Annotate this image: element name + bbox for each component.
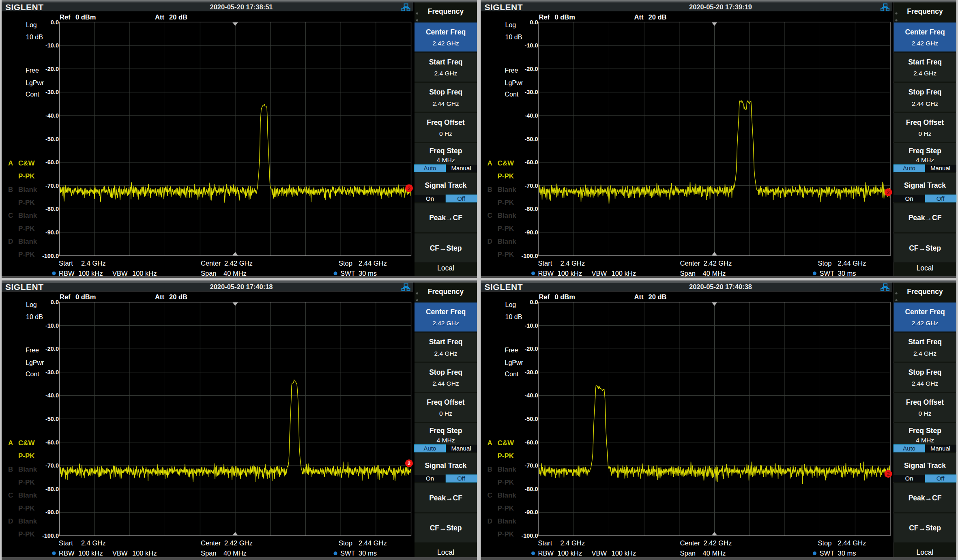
svg-text:Log: Log (26, 301, 37, 308)
svg-text:Center Freq: Center Freq (905, 308, 945, 316)
svg-text:Manual: Manual (451, 445, 471, 452)
svg-text:2.4 GHz: 2.4 GHz (81, 539, 106, 547)
svg-text:Frequency: Frequency (428, 7, 464, 15)
svg-text:C: C (8, 212, 13, 219)
svg-text:SIGLENT: SIGLENT (485, 2, 523, 12)
svg-text:D: D (488, 517, 492, 525)
svg-text:Ref: Ref (539, 293, 550, 300)
svg-text:10 dB: 10 dB (505, 34, 522, 41)
svg-text:Stop Freq: Stop Freq (909, 88, 942, 96)
svg-text:2.44 GHz: 2.44 GHz (432, 100, 459, 107)
svg-text:Signal Track: Signal Track (904, 461, 946, 470)
svg-text:0.0: 0.0 (530, 19, 538, 26)
svg-text:A: A (488, 439, 492, 447)
svg-text:2.42 GHz: 2.42 GHz (224, 539, 253, 547)
svg-text:Signal Track: Signal Track (425, 461, 466, 470)
svg-text:Log: Log (505, 301, 516, 308)
svg-text:2: 2 (887, 471, 889, 477)
svg-text:-100.0: -100.0 (42, 253, 59, 259)
svg-text:-60.0: -60.0 (45, 439, 59, 446)
svg-text:-20.0: -20.0 (524, 345, 538, 352)
svg-text:-10.0: -10.0 (524, 322, 538, 329)
svg-text:Att: Att (634, 13, 644, 21)
svg-text:-80.0: -80.0 (45, 206, 59, 212)
svg-text:Freq Offset: Freq Offset (906, 118, 944, 127)
svg-text:SIGLENT: SIGLENT (5, 282, 44, 292)
svg-text:100 kHz: 100 kHz (612, 270, 636, 277)
svg-text:C: C (488, 491, 492, 499)
svg-text:P-PK: P-PK (498, 478, 514, 486)
svg-text:On: On (905, 475, 913, 482)
svg-text:0.0: 0.0 (51, 299, 59, 305)
svg-text:Manual: Manual (930, 445, 950, 452)
svg-text:Start Freq: Start Freq (429, 338, 463, 346)
svg-text:P-PK: P-PK (498, 172, 514, 180)
svg-text:2020-05-20 17:39:19: 2020-05-20 17:39:19 (689, 3, 752, 11)
svg-text:-10.0: -10.0 (45, 42, 59, 49)
svg-text:Auto: Auto (424, 445, 436, 452)
svg-text:-90.0: -90.0 (524, 229, 538, 236)
svg-text:Center: Center (201, 539, 221, 547)
svg-text:Local: Local (437, 264, 454, 272)
svg-text:Cont: Cont (505, 91, 519, 98)
svg-text:-60.0: -60.0 (45, 159, 59, 165)
svg-text:10 dB: 10 dB (26, 313, 43, 320)
svg-text:2.44 GHz: 2.44 GHz (838, 539, 866, 547)
svg-text:Freq Step: Freq Step (430, 427, 462, 435)
svg-text:40 MHz: 40 MHz (223, 270, 247, 277)
svg-text:20 dB: 20 dB (649, 293, 667, 300)
svg-text:-80.0: -80.0 (524, 486, 538, 492)
svg-text:Peak→CF: Peak→CF (909, 494, 942, 502)
svg-text:Blank: Blank (498, 238, 517, 245)
svg-text:P-PK: P-PK (498, 452, 514, 460)
svg-text:-70.0: -70.0 (45, 462, 59, 469)
svg-text:Off: Off (457, 475, 466, 482)
svg-text:P-PK: P-PK (498, 530, 514, 538)
svg-text:-90.0: -90.0 (45, 509, 59, 515)
svg-text:P-PK: P-PK (498, 251, 514, 258)
svg-text:Start: Start (59, 260, 73, 267)
svg-text:LgPwr: LgPwr (26, 359, 44, 366)
svg-text:-50.0: -50.0 (45, 416, 59, 422)
svg-text:-10.0: -10.0 (45, 322, 59, 329)
svg-text:Manual: Manual (930, 165, 950, 172)
svg-text:-50.0: -50.0 (524, 136, 538, 142)
svg-text:SWT: SWT (820, 270, 835, 277)
svg-text:C&W: C&W (18, 439, 35, 447)
svg-text:SWT: SWT (340, 549, 355, 557)
svg-text:Freq Offset: Freq Offset (427, 398, 465, 406)
svg-text:-50.0: -50.0 (45, 136, 59, 142)
svg-text:30 ms: 30 ms (838, 270, 856, 277)
svg-text:Start: Start (538, 260, 552, 267)
svg-text:2.42 GHz: 2.42 GHz (432, 320, 459, 326)
svg-text:Local: Local (917, 548, 934, 556)
svg-text:Freq Step: Freq Step (430, 147, 462, 155)
svg-text:100 kHz: 100 kHz (78, 549, 103, 557)
svg-text:Frequency: Frequency (907, 288, 943, 296)
svg-text:10 dB: 10 dB (505, 313, 522, 320)
svg-text:100 kHz: 100 kHz (558, 549, 582, 557)
svg-text:Peak→CF: Peak→CF (909, 214, 942, 222)
svg-text:B: B (488, 466, 492, 473)
svg-text:Blank: Blank (18, 466, 37, 473)
svg-text:-70.0: -70.0 (45, 182, 59, 189)
svg-text:2: 2 (408, 460, 410, 466)
svg-text:C&W: C&W (498, 439, 515, 447)
svg-text:D: D (488, 238, 492, 245)
svg-text:2.4 GHz: 2.4 GHz (561, 539, 585, 547)
svg-text:Signal Track: Signal Track (425, 181, 466, 189)
svg-text:VBW: VBW (112, 270, 128, 277)
svg-text:Freq Offset: Freq Offset (906, 398, 944, 406)
svg-text:Manual: Manual (451, 165, 471, 172)
svg-text:Start: Start (59, 539, 73, 547)
svg-text:RBW: RBW (538, 270, 554, 277)
svg-text:P-PK: P-PK (18, 452, 35, 460)
svg-text:2020-05-20 17:40:18: 2020-05-20 17:40:18 (210, 283, 273, 290)
svg-text:Center: Center (680, 539, 700, 547)
svg-text:20 dB: 20 dB (169, 293, 187, 300)
svg-text:100 kHz: 100 kHz (558, 270, 582, 277)
svg-text:Start Freq: Start Freq (429, 58, 463, 66)
svg-text:2.42 GHz: 2.42 GHz (704, 539, 732, 547)
svg-text:-90.0: -90.0 (524, 509, 538, 515)
svg-text:-70.0: -70.0 (524, 182, 538, 189)
